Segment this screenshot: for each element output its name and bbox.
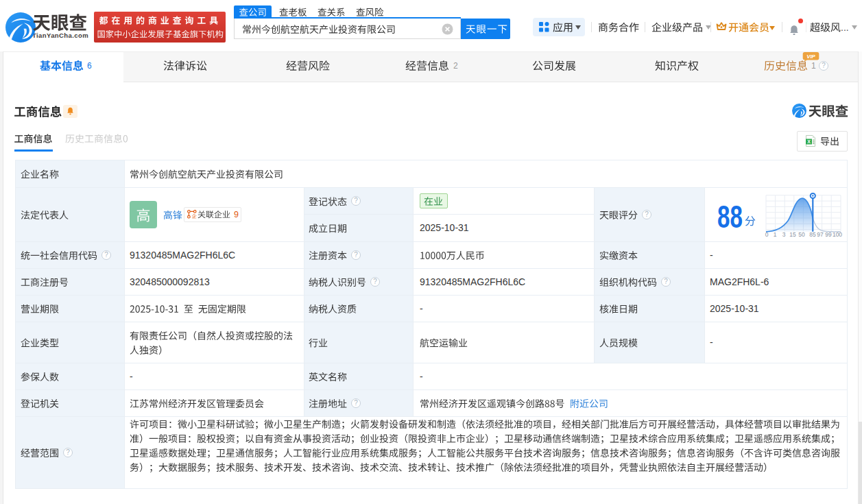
svg-text:VIP: VIP [806, 53, 815, 59]
svg-text:X: X [807, 139, 811, 144]
